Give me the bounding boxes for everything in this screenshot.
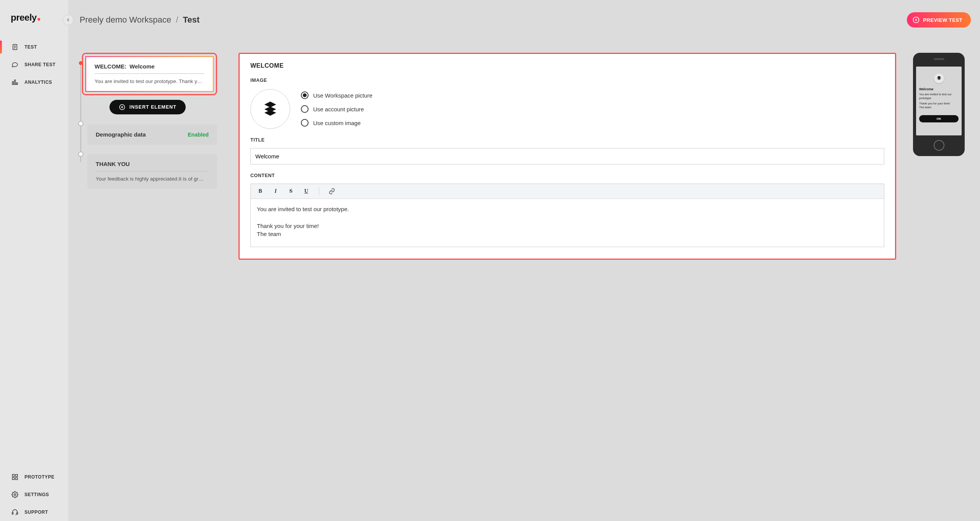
sidebar: preely TEST SHARE TEST ANALYTICS (0, 0, 68, 521)
step-thankyou-desc: Your feedback is highly appreciated.It i… (96, 171, 209, 182)
nav-item-share-test[interactable]: SHARE TEST (0, 56, 68, 73)
timeline-line (80, 63, 81, 162)
brand-dot-icon (38, 18, 40, 21)
nav-bottom-group: PROTOTYPE SETTINGS SUPPORT (0, 468, 68, 521)
svg-rect-4 (12, 82, 13, 85)
step-thankyou-card[interactable]: THANK YOU Your feedback is highly apprec… (87, 154, 217, 189)
brand-logo: preely (0, 9, 68, 38)
toolbar-separator (319, 187, 319, 195)
radio-label: Use account picture (313, 106, 364, 112)
layers-icon (936, 75, 942, 82)
chat-icon (11, 61, 18, 68)
breadcrumb-workspace[interactable]: Preely demo Workspace (80, 15, 171, 24)
svg-rect-7 (12, 474, 14, 476)
gear-icon (11, 491, 18, 498)
phone-logo (934, 73, 944, 83)
nav-label: SHARE TEST (24, 62, 56, 67)
preview-test-button[interactable]: PREVIEW TEST (907, 12, 971, 28)
brand-text: preely (11, 12, 37, 23)
svg-rect-13 (17, 513, 18, 514)
content-field-label: CONTENT (250, 173, 884, 178)
radio-label: Use custom image (313, 120, 361, 126)
nav-item-prototype[interactable]: PROTOTYPE (0, 468, 68, 486)
detail-panel: WELCOME IMAGE Use Workspace picture (238, 53, 896, 260)
nav-label: TEST (24, 44, 37, 50)
layers-icon (261, 100, 279, 119)
image-field-label: IMAGE (250, 78, 884, 83)
step-welcome-highlight: WELCOME: Welcome You are invited to test… (82, 53, 217, 95)
radio-use-account-picture[interactable]: Use account picture (301, 105, 372, 113)
phone-preview: Welcome You are invited to test our prot… (913, 53, 965, 156)
svg-rect-10 (16, 478, 18, 480)
timeline-dot (78, 121, 83, 126)
nav-item-test[interactable]: TEST (0, 38, 68, 56)
preview-test-label: PREVIEW TEST (923, 17, 962, 23)
svg-point-11 (14, 494, 16, 496)
doc-icon (11, 44, 18, 50)
timeline-dot-active (79, 61, 83, 65)
image-options: Use Workspace picture Use account pictur… (301, 91, 372, 127)
phone-ok-button[interactable]: OK (919, 115, 959, 122)
grid-icon (11, 474, 18, 480)
analytics-icon (11, 79, 18, 86)
svg-rect-6 (16, 83, 18, 85)
nav-item-settings[interactable]: SETTINGS (0, 486, 68, 503)
svg-rect-12 (12, 513, 13, 514)
nav-item-analytics[interactable]: ANALYTICS (0, 73, 68, 91)
step-welcome-desc: You are invited to test our prototype. T… (95, 74, 204, 84)
breadcrumb: Preely demo Workspace / Test (80, 15, 199, 25)
insert-element-label: INSERT ELEMENT (129, 104, 176, 110)
step-welcome-title: Welcome (129, 63, 155, 70)
nav-top-group: TEST SHARE TEST ANALYTICS (0, 38, 68, 91)
bold-button[interactable]: B (256, 187, 265, 195)
radio-icon (301, 91, 309, 99)
svg-marker-15 (916, 19, 918, 21)
main-area: Preely demo Workspace / Test PREVIEW TES… (68, 0, 980, 521)
phone-screen: Welcome You are invited to test our prot… (916, 67, 962, 135)
phone-text-1: You are invited to test our prototype. (919, 93, 959, 100)
svg-rect-5 (15, 80, 16, 85)
phone-text-2: Thank you for your time! The team (919, 102, 950, 109)
step-welcome-label: WELCOME: (95, 63, 126, 70)
radio-label: Use Workspace picture (313, 92, 372, 99)
step-demographic-card[interactable]: Demographic data Enabled (87, 124, 217, 145)
phone-home-button (934, 140, 944, 151)
back-button[interactable] (63, 15, 74, 25)
topbar: Preely demo Workspace / Test PREVIEW TES… (68, 0, 980, 40)
svg-marker-20 (937, 77, 941, 80)
nav-label: SETTINGS (24, 492, 49, 497)
strike-button[interactable]: S (287, 187, 295, 195)
radio-icon (301, 105, 309, 113)
nav-label: PROTOTYPE (24, 474, 54, 480)
radio-use-workspace-picture[interactable]: Use Workspace picture (301, 91, 372, 99)
headset-icon (11, 509, 18, 516)
title-input[interactable] (250, 148, 884, 164)
italic-button[interactable]: I (271, 187, 280, 195)
nav-label: SUPPORT (24, 510, 48, 515)
breadcrumb-sep: / (173, 15, 180, 24)
svg-rect-8 (16, 474, 18, 476)
content-textarea[interactable]: You are invited to test our prototype. T… (251, 199, 884, 247)
title-field-label: TITLE (250, 137, 884, 143)
detail-column: WELCOME IMAGE Use Workspace picture (227, 40, 980, 521)
underline-button[interactable]: U (302, 187, 310, 195)
step-thankyou-label: THANK YOU (96, 161, 130, 167)
detail-heading: WELCOME (250, 62, 884, 69)
radio-use-custom-image[interactable]: Use custom image (301, 119, 372, 127)
breadcrumb-current: Test (183, 15, 200, 24)
step-demographic-title: Demographic data (96, 131, 146, 138)
content-editor: B I S U You are invited to test our prot… (250, 184, 884, 247)
link-button[interactable] (328, 187, 336, 195)
step-demographic-status: Enabled (188, 132, 209, 138)
timeline-dot (78, 151, 83, 157)
image-preview-circle (250, 89, 290, 129)
insert-element-button[interactable]: INSERT ELEMENT (109, 100, 186, 114)
editor-toolbar: B I S U (251, 184, 884, 199)
radio-icon (301, 119, 309, 127)
step-welcome-card[interactable]: WELCOME: Welcome You are invited to test… (85, 56, 214, 92)
nav-item-support[interactable]: SUPPORT (0, 503, 68, 521)
svg-rect-9 (12, 478, 14, 480)
steps-column: WELCOME: Welcome You are invited to test… (68, 40, 227, 521)
nav-label: ANALYTICS (24, 80, 52, 85)
phone-title: Welcome (919, 87, 933, 91)
